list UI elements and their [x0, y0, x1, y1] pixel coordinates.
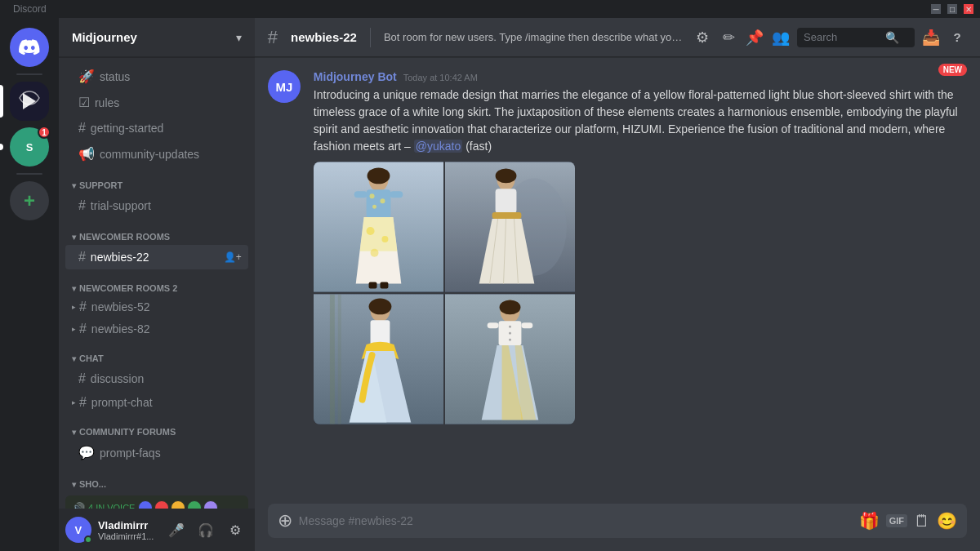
- chat-input-area: ⊕ 🎁 GIF 🗒 😊: [255, 491, 980, 551]
- user-settings-button[interactable]: ⚙: [222, 517, 248, 543]
- add-server-button[interactable]: +: [10, 181, 49, 220]
- server-icon-wrap-discord: [10, 28, 49, 67]
- members-icon[interactable]: 👥: [771, 28, 791, 47]
- status-icon: 🚀: [78, 69, 95, 84]
- section-label-forums: COMMUNITY FORUMS: [79, 427, 176, 437]
- section-header-show[interactable]: ▾ SHO...: [59, 466, 255, 492]
- section-header-forums[interactable]: ▾ COMMUNITY FORUMS: [59, 414, 255, 440]
- deafen-button[interactable]: 🎧: [193, 517, 219, 543]
- channel-item-newbies-22[interactable]: # newbies-22 👤+: [65, 245, 248, 269]
- sidebar: Midjourney ▾ 🚀 status ☑ rules # getting-…: [59, 18, 255, 551]
- svg-point-34: [509, 326, 511, 328]
- voice-avatars: [138, 500, 218, 509]
- svg-point-7: [372, 205, 376, 209]
- svg-point-3: [367, 167, 390, 184]
- announce-icon: 📢: [78, 146, 95, 162]
- svg-point-36: [509, 339, 511, 341]
- grid-image-1[interactable]: [314, 162, 443, 292]
- svg-rect-19: [495, 189, 516, 213]
- channel-label-trial-support: trial-support: [91, 199, 242, 212]
- search-input[interactable]: [804, 31, 885, 43]
- server-header[interactable]: Midjourney ▾: [59, 18, 255, 57]
- svg-point-35: [509, 332, 511, 335]
- maximize-button[interactable]: □: [947, 4, 957, 14]
- arrow-icon-show: ▾: [72, 480, 76, 489]
- server-icon-midjourney[interactable]: [10, 82, 49, 121]
- grid-image-2[interactable]: [445, 162, 575, 292]
- section-header-newcomer[interactable]: ▾ NEWCOMER ROOMS: [59, 219, 255, 245]
- channel-label-status: status: [100, 70, 242, 83]
- message-tag-text: (fast): [466, 140, 492, 153]
- message-avatar: MJ: [268, 70, 301, 103]
- channel-item-prompt-faqs[interactable]: 💬 prompt-faqs: [65, 440, 248, 465]
- message-text: Introducing a unique remade design that …: [314, 87, 967, 155]
- sticker-button[interactable]: 🗒: [914, 512, 930, 531]
- section-header-newcomer2[interactable]: ▾ NEWCOMER ROOMS 2: [59, 270, 255, 296]
- minimize-button[interactable]: ─: [931, 4, 941, 14]
- channel-label-newbies-82: newbies-82: [91, 322, 242, 335]
- message-input[interactable]: [299, 505, 853, 536]
- inbox-icon[interactable]: 📥: [921, 28, 941, 47]
- channel-group-prompt-chat[interactable]: ▸ # prompt-chat: [65, 392, 248, 413]
- section-header-chat[interactable]: ▾ CHAT: [59, 340, 255, 367]
- user-avatar: V: [65, 517, 91, 543]
- arrow-icon-chat: ▾: [72, 354, 76, 363]
- add-member-icon: 👤+: [224, 251, 242, 263]
- main-content: # newbies-22 Bot room for new users. Typ…: [255, 18, 980, 551]
- svg-rect-25: [330, 295, 335, 424]
- online-status-dot: [84, 535, 92, 544]
- username: Vladimirrr: [98, 519, 157, 531]
- gift-icon[interactable]: 🎁: [859, 511, 880, 531]
- channel-item-getting-started[interactable]: # getting-started: [65, 116, 248, 140]
- svg-point-10: [366, 227, 374, 235]
- close-button[interactable]: ✕: [964, 4, 973, 14]
- hash-icon-discussion: #: [78, 371, 86, 386]
- server3-badge: 1: [38, 126, 51, 139]
- section-label-newcomer: NEWCOMER ROOMS: [79, 232, 170, 242]
- edit-icon[interactable]: ✏: [719, 28, 738, 47]
- hash-icon-nb52: #: [79, 300, 87, 314]
- chat-area: NEW MJ Midjourney Bot Today at 10:42 AM …: [255, 57, 980, 491]
- server-icon-wrap-midjourney: [10, 82, 49, 121]
- user-discriminator: Vladimirrr#1...: [98, 531, 157, 541]
- voice-bar: 🔊 4 IN VOICE: [65, 495, 248, 509]
- header-divider: [370, 28, 371, 47]
- channel-label-community-updates: community-updates: [100, 148, 242, 161]
- emoji-button[interactable]: 😊: [937, 511, 957, 531]
- search-icon: 🔍: [885, 31, 899, 44]
- pin-icon[interactable]: 📌: [745, 28, 764, 47]
- channel-item-trial-support[interactable]: # trial-support: [65, 193, 248, 218]
- grid-image-3[interactable]: [314, 294, 443, 424]
- server3-pill: [0, 144, 3, 150]
- section-label-newcomer2: NEWCOMER ROOMS 2: [79, 283, 177, 293]
- grid-image-4[interactable]: [445, 294, 575, 424]
- help-icon[interactable]: ?: [947, 28, 967, 47]
- server-icon-discord[interactable]: [10, 28, 49, 67]
- section-label-show: SHO...: [79, 479, 106, 489]
- channel-item-status[interactable]: 🚀 status: [65, 64, 248, 89]
- hash-icon-ts: #: [78, 198, 86, 213]
- server-name: Midjourney: [72, 30, 137, 44]
- channel-group-newbies-52[interactable]: ▸ # newbies-52: [65, 296, 248, 318]
- gif-button[interactable]: GIF: [886, 514, 907, 527]
- svg-rect-13: [368, 282, 376, 289]
- channel-group-newbies-82[interactable]: ▸ # newbies-82: [65, 318, 248, 340]
- section-header-support[interactable]: ▾ SUPPORT: [59, 167, 255, 193]
- mute-button[interactable]: 🎤: [163, 517, 189, 543]
- channel-item-community-updates[interactable]: 📢 community-updates: [65, 141, 248, 167]
- voice-avatar-5: [203, 500, 218, 509]
- voice-avatar-2: [154, 500, 169, 509]
- hash-icon-nb22: #: [78, 250, 86, 264]
- server-list: S 1 +: [0, 18, 59, 551]
- channel-item-discussion[interactable]: # discussion: [65, 367, 248, 391]
- voice-count-label: 4 IN VOICE: [88, 503, 135, 509]
- user-panel: V Vladimirrr Vladimirrr#1... 🎤 🎧 ⚙: [59, 509, 255, 551]
- server-icon-server3[interactable]: S 1: [10, 127, 49, 167]
- header-icons: ⚙ ✏ 📌 👥 🔍 📥 ?: [693, 28, 967, 47]
- add-attachment-button[interactable]: ⊕: [278, 504, 292, 538]
- forum-icon: 💬: [78, 445, 95, 460]
- channel-label-discussion: discussion: [91, 372, 242, 385]
- sidebar-channels: 🚀 status ☑ rules # getting-started 📢 com…: [59, 57, 255, 509]
- hashtag-settings-icon[interactable]: ⚙: [693, 28, 712, 47]
- channel-item-rules[interactable]: ☑ rules: [65, 90, 248, 115]
